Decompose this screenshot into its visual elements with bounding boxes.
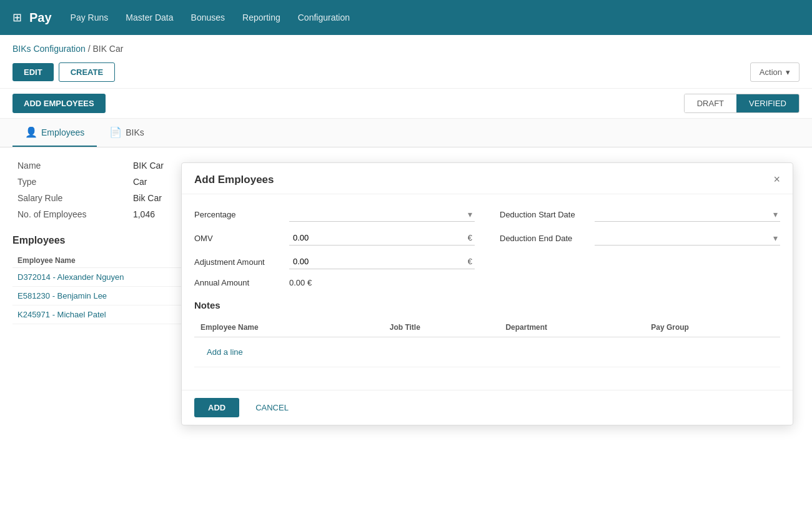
breadcrumb-parent[interactable]: BIKs Configuration — [12, 44, 86, 54]
info-row-employees-count: No. of Employees 1,046 — [12, 206, 187, 222]
status-bar: ADD EMPLOYEES DRAFT VERIFIED — [0, 88, 812, 119]
omv-input-wrapper: € — [289, 231, 475, 246]
tab-employees[interactable]: 👤 Employees — [12, 119, 97, 147]
col-job-title: Job Title — [384, 318, 500, 337]
modal-title: Add Employees — [194, 174, 274, 186]
employee-list-header: Employee Name — [12, 254, 187, 268]
adjustment-input-wrapper: € — [289, 254, 475, 269]
employee-list-item[interactable]: K245971 - Michael Patel — [12, 305, 187, 324]
employees-tab-icon: 👤 — [25, 126, 37, 138]
draft-status-button[interactable]: DRAFT — [685, 94, 736, 112]
tab-biks[interactable]: 📄 BIKs — [97, 119, 157, 147]
notes-section: Notes Employee Name Job Title Department… — [194, 300, 780, 367]
deduction-start-label: Deduction Start Date — [500, 210, 587, 219]
edit-button[interactable]: EDIT — [12, 63, 54, 81]
action-button[interactable]: Action ▾ — [750, 62, 800, 82]
info-value-salary-rule: Bik Car — [128, 190, 187, 206]
biks-tab-icon: 📄 — [109, 126, 122, 138]
form-left-col: Percentage OMV € — [194, 207, 475, 287]
modal-header: Add Employees × — [182, 163, 793, 194]
breadcrumb: BIKs Configuration / BIK Car — [0, 35, 812, 59]
brand-logo: Pay — [29, 11, 52, 25]
info-row-name: Name BIK Car — [12, 157, 187, 174]
form-right-col: Deduction Start Date Deduction End Date — [500, 207, 780, 287]
deduction-end-wrapper — [595, 231, 780, 246]
add-employees-modal: Add Employees × Percentage — [181, 162, 793, 425]
annual-value: 0.00 € — [289, 278, 312, 287]
nav-configuration[interactable]: Configuration — [298, 12, 350, 22]
nav-menu: Pay Runs Master Data Bonuses Reporting C… — [71, 12, 350, 22]
omv-input[interactable] — [289, 231, 465, 245]
tab-biks-label: BIKs — [126, 127, 144, 137]
percentage-label: Percentage — [194, 210, 282, 219]
table-header-row: Employee Name Job Title Department Pay G… — [194, 318, 780, 337]
modal-close-button[interactable]: × — [773, 173, 780, 186]
deduction-end-select[interactable] — [595, 231, 780, 245]
modal-employee-table: Employee Name Job Title Department Pay G… — [194, 318, 780, 367]
tabs-bar: 👤 Employees 📄 BIKs — [0, 119, 812, 147]
action-label: Action — [760, 67, 782, 77]
content-area: Name BIK Car Type Car Salary Rule Bik Ca… — [0, 147, 812, 334]
omv-unit: € — [465, 231, 475, 245]
verified-status-button[interactable]: VERIFIED — [736, 94, 799, 112]
employees-section-title: Employees — [12, 235, 187, 246]
action-chevron-icon: ▾ — [786, 67, 790, 77]
info-value-type: Car — [128, 174, 187, 190]
add-employees-button[interactable]: ADD EMPLOYEES — [12, 94, 106, 113]
info-table: Name BIK Car Type Car Salary Rule Bik Ca… — [12, 157, 187, 222]
nav-master-data[interactable]: Master Data — [126, 12, 173, 22]
info-label-name: Name — [12, 157, 128, 174]
status-toggle: DRAFT VERIFIED — [684, 94, 800, 113]
form-row-deduction-start: Deduction Start Date — [500, 207, 780, 222]
form-row-adjustment: Adjustment Amount € — [194, 254, 475, 269]
info-label-salary-rule: Salary Rule — [12, 190, 128, 206]
nav-reporting[interactable]: Reporting — [242, 12, 280, 22]
deduction-start-select[interactable] — [595, 207, 780, 221]
modal-cancel-button[interactable]: CANCEL — [245, 398, 299, 417]
modal-footer: ADD CANCEL — [182, 390, 793, 425]
percentage-select-wrapper — [289, 207, 475, 222]
tab-employees-label: Employees — [41, 127, 84, 137]
add-line-button[interactable]: Add a line — [201, 342, 249, 362]
percentage-select[interactable] — [289, 207, 475, 221]
top-navigation: ⊞ Pay Pay Runs Master Data Bonuses Repor… — [0, 0, 812, 35]
info-row-type: Type Car — [12, 174, 187, 190]
annual-label: Annual Amount — [194, 278, 282, 287]
info-label-employees-count: No. of Employees — [12, 206, 128, 222]
form-row-deduction-end: Deduction End Date — [500, 231, 780, 246]
grid-icon[interactable]: ⊞ — [12, 11, 22, 24]
left-panel: Name BIK Car Type Car Salary Rule Bik Ca… — [12, 157, 187, 324]
form-row-annual: Annual Amount 0.00 € — [194, 278, 475, 287]
employee-list-item[interactable]: E581230 - Benjamin Lee — [12, 287, 187, 305]
nav-bonuses[interactable]: Bonuses — [191, 12, 225, 22]
info-value-name: BIK Car — [128, 157, 187, 174]
form-row-omv: OMV € — [194, 231, 475, 246]
col-pay-group: Pay Group — [645, 318, 780, 337]
deduction-start-wrapper — [595, 207, 780, 222]
adjustment-unit: € — [465, 254, 475, 269]
employees-section: Employees Employee Name D372014 - Alexan… — [12, 235, 187, 324]
modal-add-button[interactable]: ADD — [194, 398, 239, 417]
omv-label: OMV — [194, 234, 282, 243]
notes-title: Notes — [194, 300, 780, 310]
employee-list-item[interactable]: D372014 - Alexander Nguyen — [12, 268, 187, 287]
col-department: Department — [499, 318, 645, 337]
info-row-salary-rule: Salary Rule Bik Car — [12, 190, 187, 206]
info-value-employees-count: 1,046 — [128, 206, 187, 222]
form-row-percentage: Percentage — [194, 207, 475, 222]
col-employee-name: Employee Name — [194, 318, 384, 337]
nav-pay-runs[interactable]: Pay Runs — [71, 12, 109, 22]
add-line-cell: Add a line — [194, 337, 780, 367]
modal-body: Percentage OMV € — [182, 194, 793, 390]
deduction-end-label: Deduction End Date — [500, 234, 587, 243]
toolbar: EDIT CREATE Action ▾ — [0, 59, 812, 88]
modal-form-grid: Percentage OMV € — [194, 207, 780, 287]
adjustment-label: Adjustment Amount — [194, 257, 282, 267]
table-row: Add a line — [194, 337, 780, 367]
create-button[interactable]: CREATE — [59, 62, 115, 82]
info-label-type: Type — [12, 174, 128, 190]
breadcrumb-current: BIK Car — [92, 44, 123, 54]
adjustment-input[interactable] — [289, 254, 465, 269]
